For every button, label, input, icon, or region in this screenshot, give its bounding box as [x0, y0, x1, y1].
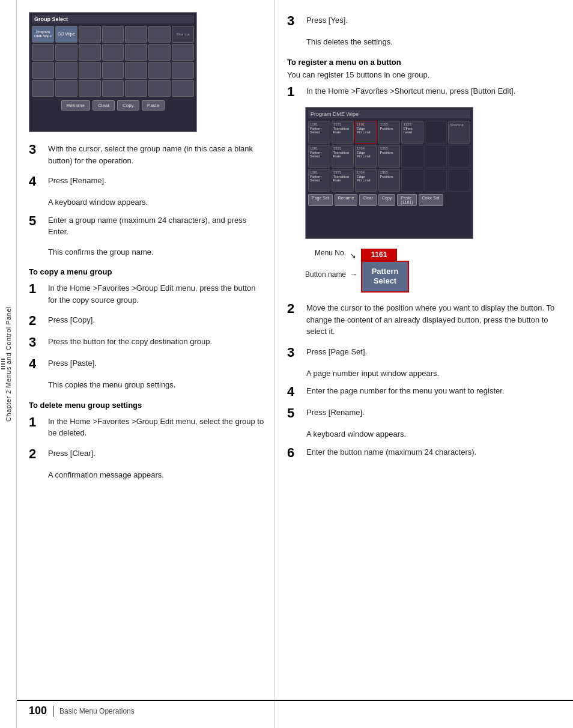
- sc-copy-btn[interactable]: Copy: [117, 100, 139, 111]
- register-step-2: 2 Move the cursor to the position where …: [287, 302, 563, 338]
- rc-cell-1165: 1165 Position: [378, 121, 401, 144]
- step-4-text: Press [Rename].: [48, 175, 265, 187]
- delete-step-2-sub: A confirmation message appears.: [29, 469, 265, 481]
- register-step-5: 5 Press [Rename].: [287, 407, 563, 420]
- copy-step-num-4: 4: [29, 357, 44, 371]
- register-step-3-text: Press [Page Set].: [306, 346, 563, 358]
- rc-cell-empty1: [425, 121, 447, 144]
- register-step-5-sub: A keyboard window appears.: [287, 428, 563, 440]
- sc-btn-empty4: [148, 26, 171, 43]
- rc-cell-r3-5: [401, 169, 423, 192]
- step-number-3: 3: [29, 143, 44, 156]
- rc-cell-1101: 1101 PatternSelect: [308, 121, 330, 144]
- rc-cell-1122: 1122 EffectLevel: [401, 121, 423, 144]
- register-step-4-text: Enter the page number for the menu you w…: [306, 385, 563, 397]
- copy-step-num-2: 2: [29, 314, 44, 327]
- rc-cell-1301: 1301 PatternSelect: [308, 169, 330, 192]
- sc-btn-r3-2: [55, 62, 77, 79]
- sc-btn-shortcut: Shortcut: [172, 26, 194, 43]
- copy-step-3: 3 Press the button for the copy destinat…: [29, 336, 265, 349]
- rc-cell-1264: 1264 EdgePin Limit: [355, 145, 377, 168]
- step-4-sub: A keyboard window appears.: [29, 196, 265, 208]
- arrow-menu-no: ↘: [350, 251, 356, 260]
- menu-no-label: Menu No.: [315, 249, 346, 257]
- register-step-2-text: Move the cursor to the position where yo…: [306, 302, 563, 338]
- rc-copy-btn[interactable]: Copy: [378, 194, 395, 206]
- copy-step-3-text: Press the button for the copy destinatio…: [48, 336, 265, 348]
- sc-btn-r4-5: [125, 80, 147, 97]
- register-step-6-text: Enter the button name (maximum 24 charac…: [306, 446, 563, 458]
- sc-grid: ProgramDME Wipe GO Wipe Shortcut: [32, 26, 194, 97]
- copy-step-2-text: Press [Copy].: [48, 314, 265, 326]
- menu-diagram: Menu No. Button name ↘ → 1161 PatternSel…: [305, 249, 563, 293]
- copy-step-num-3: 3: [29, 336, 44, 349]
- sc-btn-r2-6: [148, 44, 171, 61]
- rc-rename-btn[interactable]: Rename: [335, 194, 357, 206]
- footer-divider: [53, 706, 53, 717]
- left-step-3: 3 With the cursor, select the group name…: [29, 143, 265, 166]
- sc-btn-r3-5: [125, 62, 147, 79]
- register-step-3-sub: A page number input window appears.: [287, 368, 563, 380]
- button-name-box: PatternSelect: [361, 261, 409, 293]
- rc-cell-r2-7: [448, 145, 470, 168]
- rc-title-text: Program DME Wipe: [311, 111, 359, 117]
- rc-cell-r2-5: [401, 145, 423, 168]
- sc-btn-gowipe: GO Wipe: [55, 26, 77, 43]
- rc-cell-r3-6: [425, 169, 447, 192]
- sc-title-text: Group Select: [34, 16, 68, 22]
- sidebar: Chapter 2 Menus and Control Panel: [0, 0, 17, 728]
- register-section-header: To register a menu on a button: [287, 58, 563, 67]
- rc-paste-btn[interactable]: Paste(1161): [397, 194, 416, 206]
- step-number-5: 5: [29, 214, 44, 228]
- sc-btn-r4-7: [172, 80, 194, 97]
- right-step-3-yes: 3 Press [Yes].: [287, 14, 563, 28]
- sc-btn-r2-1: [32, 44, 54, 61]
- register-step-num-6: 6: [287, 446, 303, 460]
- sc-btn-empty2: [102, 26, 124, 43]
- left-step-5: 5 Enter a group name (maximum 24 charact…: [29, 214, 265, 238]
- rc-grid: 1101 PatternSelect 1171 TransitionRate 1…: [308, 121, 470, 192]
- sc-title: Group Select: [32, 15, 194, 23]
- delete-section-header: To delete menu group settings: [29, 401, 265, 410]
- rc-cell-1221: 1221 TransitionRate: [332, 145, 354, 168]
- register-step-6: 6 Enter the button name (maximum 24 char…: [287, 446, 563, 460]
- step-3-text: With the cursor, select the group name (…: [48, 143, 265, 166]
- sc-rename-btn[interactable]: Rename: [61, 100, 90, 111]
- copy-step-1: 1 In the Home >Favorites >Group Edit men…: [29, 282, 265, 306]
- step-5-text: Enter a group name (maximum 24 character…: [48, 214, 265, 238]
- right-step-3-sub: This deletes the settings.: [287, 36, 563, 48]
- diagram-labels: Menu No. Button name: [305, 249, 346, 279]
- delete-step-num-2: 2: [29, 447, 44, 461]
- step-number-4: 4: [29, 175, 44, 188]
- rc-clear-btn[interactable]: Clear: [359, 194, 377, 206]
- delete-step-2: 2 Press [Clear].: [29, 447, 265, 461]
- right-step-3-text: Press [Yes].: [306, 14, 563, 26]
- register-step-1-text: In the Home >Favorites >Shortcut menu, p…: [306, 85, 563, 97]
- sc-clear-btn[interactable]: Clear: [92, 100, 115, 111]
- sidebar-chapter-label: Chapter 2 Menus and Control Panel: [5, 306, 12, 422]
- copy-step-num-1: 1: [29, 282, 44, 296]
- sc-paste-btn[interactable]: Paste: [142, 100, 165, 111]
- rc-cell-1171: 1171 TransitionRate: [332, 121, 354, 144]
- sc-btn-program: ProgramDME Wipe: [32, 26, 54, 43]
- rc-pageset-btn[interactable]: Page Set: [308, 194, 333, 206]
- register-step-5-text: Press [Rename].: [306, 407, 563, 419]
- rc-title: Program DME Wipe: [308, 110, 470, 118]
- sc-btn-r2-4: [102, 44, 124, 61]
- delete-step-1-text: In the Home >Favorites >Group Edit menu,…: [48, 416, 265, 439]
- left-step-4: 4 Press [Rename].: [29, 175, 265, 188]
- rc-colorset-btn[interactable]: Color Set: [419, 194, 443, 206]
- register-step-num-4: 4: [287, 385, 303, 398]
- diagram-buttons: 1161 PatternSelect: [361, 249, 409, 293]
- sidebar-lines: [0, 0, 5, 728]
- sc-btn-empty1: [79, 26, 101, 43]
- sc-btn-r4-4: [102, 80, 124, 97]
- register-step-1: 1 In the Home >Favorites >Shortcut menu,…: [287, 85, 563, 99]
- page-label: Basic Menu Operations: [59, 707, 135, 715]
- rc-action-bar: Page Set Rename Clear Copy Paste(1161) C…: [308, 194, 470, 206]
- register-step-3: 3 Press [Page Set].: [287, 346, 563, 359]
- sc-btn-r3-6: [148, 62, 171, 79]
- arrow-btn-name: →: [350, 270, 357, 279]
- sc-btn-r2-2: [55, 44, 77, 61]
- sc-btn-empty3: [125, 26, 147, 43]
